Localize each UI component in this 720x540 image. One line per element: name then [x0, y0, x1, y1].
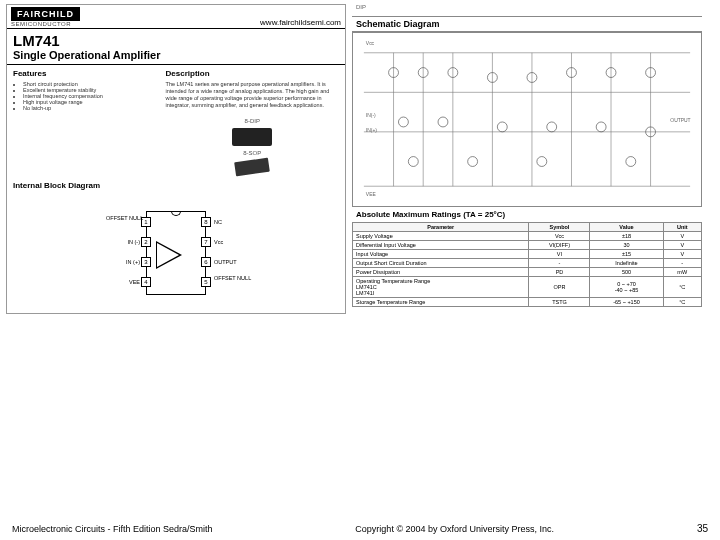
schematic-heading: Schematic Diagram [352, 16, 702, 32]
table-row: Output Short Circuit Duration-Indefinite… [353, 259, 702, 268]
logo-block: FAIRCHILD SEMICONDUCTOR [11, 7, 80, 27]
feature-item: No latch-up [23, 105, 158, 111]
sop-label: 8-SOP [243, 150, 261, 156]
svg-text:Vcc: Vcc [366, 41, 375, 46]
logo: FAIRCHILD [11, 7, 80, 21]
pin-3: 3 [141, 257, 151, 267]
sop-icon [234, 157, 270, 176]
svg-point-23 [547, 122, 557, 132]
pin-2-label: IN (-) [106, 239, 140, 245]
datasheet-spread: FAIRCHILD SEMICONDUCTOR www.fairchildsem… [0, 0, 720, 314]
features-heading: Features [13, 69, 158, 81]
block-diagram: 1 OFFSET NULL 2 IN (-) 3 IN (+) 4 VEE 8 … [7, 193, 345, 313]
table-row: Operating Temperature Range LM741C LM741… [353, 277, 702, 298]
opamp-triangle-icon [156, 241, 182, 269]
dip-label: 8-DIP [245, 118, 260, 124]
right-page: DIP Schematic Diagram [352, 4, 702, 314]
col-unit: Unit [663, 223, 701, 232]
description-text: The LM741 series are general purpose ope… [166, 81, 339, 110]
footer-left: Microelectronic Circuits - Fifth Edition… [12, 524, 213, 534]
features-list: Short circuit protection Excellent tempe… [13, 81, 158, 111]
svg-text:IN(+): IN(+) [366, 128, 377, 133]
svg-point-22 [497, 122, 507, 132]
pin-8-label: NC [214, 219, 222, 225]
pin-2: 2 [141, 237, 151, 247]
dip8-pinout: 1 OFFSET NULL 2 IN (-) 3 IN (+) 4 VEE 8 … [106, 203, 246, 303]
pin-6-label: OUTPUT [214, 259, 237, 265]
package-images: 8-DIP 8-SOP [166, 118, 339, 174]
description-heading: Description [166, 69, 339, 81]
pin-1-label: OFFSET NULL [106, 215, 140, 221]
pin-6: 6 [201, 257, 211, 267]
vendor-url: www.fairchildsemi.com [260, 18, 341, 27]
schematic-diagram: Vcc VEE OUTPUT IN(-) IN(+) [352, 32, 702, 207]
svg-point-29 [626, 157, 636, 167]
table-row: Supply VoltageVcc±18V [353, 232, 702, 241]
pin-4-label: VEE [106, 279, 140, 285]
svg-point-20 [398, 117, 408, 127]
pin-7: 7 [201, 237, 211, 247]
block-diagram-heading: Internal Block Diagram [7, 178, 345, 193]
ratings-table: Parameter Symbol Value Unit Supply Volta… [352, 222, 702, 307]
header-bar: FAIRCHILD SEMICONDUCTOR www.fairchildsem… [7, 5, 345, 29]
part-subtitle: Single Operational Amplifier [7, 49, 345, 65]
pin-5: 5 [201, 277, 211, 287]
page-number: 35 [697, 523, 708, 534]
description-section: Description The LM741 series are general… [166, 69, 339, 174]
table-row: Input VoltageVI±15V [353, 250, 702, 259]
features-section: Features Short circuit protection Excell… [13, 69, 158, 174]
ratings-heading: Absolute Maximum Ratings (TA = 25°C) [352, 207, 702, 222]
svg-text:OUTPUT: OUTPUT [670, 118, 690, 123]
svg-point-27 [468, 157, 478, 167]
pin-5-label: OFFSET NULL [214, 275, 251, 281]
dip-icon [232, 128, 272, 146]
svg-point-21 [438, 117, 448, 127]
package-type: DIP [352, 4, 702, 16]
table-row: Power DissipationPD500mW [353, 268, 702, 277]
pin-4: 4 [141, 277, 151, 287]
table-row: Storage Temperature RangeTSTG-65 ~ +150°… [353, 298, 702, 307]
left-page: FAIRCHILD SEMICONDUCTOR www.fairchildsem… [6, 4, 346, 314]
col-symbol: Symbol [529, 223, 590, 232]
svg-point-26 [408, 157, 418, 167]
part-number: LM741 [7, 29, 345, 49]
svg-text:VEE: VEE [366, 192, 377, 197]
col-param: Parameter [353, 223, 529, 232]
pin-7-label: Vcc [214, 239, 223, 245]
pin-3-label: IN (+) [106, 259, 140, 265]
slide-footer: Microelectronic Circuits - Fifth Edition… [0, 523, 720, 534]
svg-text:IN(-): IN(-) [366, 113, 376, 118]
table-row: Differential Input VoltageVI(DIFF)30V [353, 241, 702, 250]
logo-sub: SEMICONDUCTOR [11, 21, 80, 27]
svg-point-28 [537, 157, 547, 167]
pin-8: 8 [201, 217, 211, 227]
col-value: Value [590, 223, 663, 232]
ratings-body: Supply VoltageVcc±18V Differential Input… [353, 232, 702, 307]
footer-center: Copyright © 2004 by Oxford University Pr… [355, 524, 554, 534]
svg-point-24 [596, 122, 606, 132]
